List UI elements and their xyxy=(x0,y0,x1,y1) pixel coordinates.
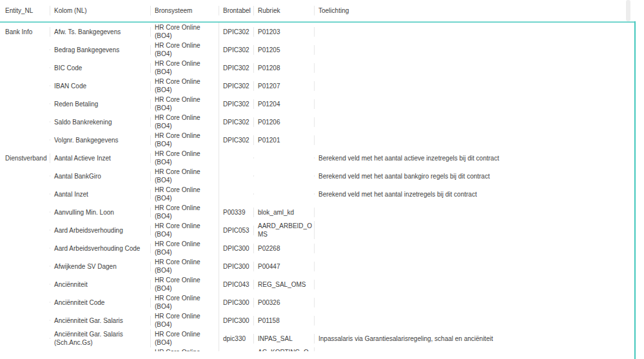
cell-rubriek[interactable]: P01205 xyxy=(254,45,315,55)
cell-brontabel[interactable]: DPIC302 xyxy=(219,27,254,37)
cell-kolom[interactable]: Anciënniteit xyxy=(50,280,151,289)
column-header-rubriek[interactable]: Rubriek xyxy=(254,6,315,15)
cell-bronsysteem[interactable]: HR Core Online (BO4) xyxy=(151,41,219,59)
cell-toelichting[interactable] xyxy=(315,266,635,267)
cell-brontabel[interactable]: DPIC053 xyxy=(219,226,254,235)
cell-rubriek[interactable]: P01204 xyxy=(254,99,315,109)
cell-brontabel[interactable]: DPIC302 xyxy=(219,45,254,55)
cell-brontabel[interactable]: DPIC300 xyxy=(219,316,254,325)
cell-bronsysteem[interactable]: HR Core Online (BO4) xyxy=(151,95,219,113)
column-header-toelichting[interactable]: Toelichting xyxy=(315,6,635,15)
cell-rubriek[interactable]: P01203 xyxy=(254,27,315,37)
cell-toelichting[interactable] xyxy=(315,284,635,285)
cell-bronsysteem[interactable]: HR Core Online (BO4) xyxy=(151,329,219,347)
cell-entity[interactable] xyxy=(0,211,50,213)
cell-bronsysteem[interactable]: HR Core Online (BO4) xyxy=(151,77,219,95)
cell-brontabel[interactable]: DPIC300 xyxy=(219,244,254,253)
cell-toelichting[interactable] xyxy=(315,139,635,141)
cell-entity[interactable] xyxy=(0,139,50,141)
cell-toelichting[interactable]: Inpassalaris via Garantiesalarisregeling… xyxy=(315,334,635,344)
cell-rubriek[interactable]: AG_KORTING_OMS xyxy=(254,347,315,351)
cell-rubriek[interactable]: blok_aml_kd xyxy=(254,208,315,217)
cell-rubriek[interactable] xyxy=(254,157,315,159)
cell-rubriek[interactable]: P01206 xyxy=(254,117,315,127)
cell-rubriek[interactable]: INPAS_SAL xyxy=(254,334,315,344)
cell-entity[interactable]: Dienstverband xyxy=(0,153,50,163)
cell-bronsysteem[interactable]: HR Core Online (BO4) xyxy=(151,239,219,257)
cell-bronsysteem[interactable]: HR Core Online (BO4) xyxy=(151,293,219,311)
cell-brontabel[interactable]: DPIC300 xyxy=(219,262,254,271)
cell-bronsysteem[interactable]: HR Core Online (BO4) xyxy=(151,311,219,329)
cell-kolom[interactable]: Afw. Ts. Bankgegevens xyxy=(50,27,151,37)
cell-brontabel[interactable]: DPIC302 xyxy=(219,81,254,91)
cell-kolom[interactable]: Aantal Inzet xyxy=(50,189,151,199)
cell-bronsysteem[interactable]: HR Core Online (BO4) xyxy=(151,203,219,221)
scrollbar-thumb[interactable] xyxy=(626,0,630,21)
cell-rubriek[interactable] xyxy=(254,175,315,177)
cell-entity[interactable]: Bank Info xyxy=(0,27,50,37)
cell-kolom[interactable]: Bedrag Bankgegevens xyxy=(50,45,151,55)
cell-kolom[interactable]: Aard Arbeidsverhouding xyxy=(50,226,151,235)
cell-entity[interactable] xyxy=(0,121,50,122)
cell-kolom[interactable]: IBAN Code xyxy=(50,81,151,91)
cell-brontabel[interactable]: P00339 xyxy=(219,208,254,217)
cell-kolom[interactable]: Volgnr. Bankgegevens xyxy=(50,135,151,145)
cell-brontabel[interactable]: DPIC043 xyxy=(219,280,254,289)
cell-toelichting[interactable]: Berekend veld met het aantal inzetregels… xyxy=(315,189,635,199)
cell-rubriek[interactable]: P00447 xyxy=(254,262,315,271)
cell-rubriek[interactable]: P01158 xyxy=(254,316,315,325)
cell-brontabel[interactable]: DPIC302 xyxy=(219,63,254,73)
cell-rubriek[interactable] xyxy=(254,193,315,195)
cell-bronsysteem[interactable]: HR Core Online (BO4) xyxy=(151,275,219,293)
cell-bronsysteem[interactable]: HR Core Online (BO4) xyxy=(151,167,219,185)
cell-entity[interactable] xyxy=(0,103,50,104)
cell-entity[interactable] xyxy=(0,85,50,86)
cell-toelichting[interactable] xyxy=(315,103,635,104)
cell-toelichting[interactable] xyxy=(315,211,635,213)
cell-toelichting[interactable] xyxy=(315,67,635,68)
cell-entity[interactable] xyxy=(0,284,50,285)
cell-brontabel[interactable] xyxy=(219,157,254,159)
cell-entity[interactable] xyxy=(0,193,50,195)
cell-bronsysteem[interactable]: HR Core Online (BO4) xyxy=(151,113,219,131)
cell-rubriek[interactable]: P01207 xyxy=(254,81,315,91)
cell-bronsysteem[interactable]: HR Core Online (BO4) xyxy=(151,23,219,41)
cell-entity[interactable] xyxy=(0,175,50,177)
cell-entity[interactable] xyxy=(0,320,50,321)
cell-bronsysteem[interactable]: HR Core Online (BO4) xyxy=(151,347,219,351)
cell-kolom[interactable]: Aard Arbeidsverhouding Code xyxy=(50,244,151,253)
column-header-entity[interactable]: Entity_NL xyxy=(0,6,50,15)
cell-toelichting[interactable] xyxy=(315,31,635,32)
cell-toelichting[interactable] xyxy=(315,302,635,303)
cell-toelichting[interactable]: Berekend veld met het aantal actieve inz… xyxy=(315,153,635,163)
cell-brontabel[interactable] xyxy=(219,175,254,177)
cell-rubriek[interactable]: P00326 xyxy=(254,298,315,307)
cell-rubriek[interactable]: P02268 xyxy=(254,244,315,253)
cell-entity[interactable] xyxy=(0,338,50,339)
cell-entity[interactable] xyxy=(0,266,50,267)
cell-entity[interactable] xyxy=(0,49,50,50)
cell-entity[interactable] xyxy=(0,302,50,303)
cell-rubriek[interactable]: AARD_ARBEID_OMS xyxy=(254,221,315,239)
cell-entity[interactable] xyxy=(0,229,50,231)
cell-brontabel[interactable]: DPIC300 xyxy=(219,298,254,307)
column-header-brontabel[interactable]: Brontabel xyxy=(219,6,254,15)
cell-brontabel[interactable] xyxy=(219,193,254,195)
cell-kolom[interactable]: Anciënniteit Gar. Salaris xyxy=(50,316,151,325)
cell-entity[interactable] xyxy=(0,67,50,68)
cell-kolom[interactable]: Anciënniteit Gar. Salaris (Sch.Anc.Gs) xyxy=(50,329,151,347)
cell-toelichting[interactable] xyxy=(315,247,635,249)
cell-bronsysteem[interactable]: HR Core Online (BO4) xyxy=(151,221,219,239)
cell-bronsysteem[interactable]: HR Core Online (BO4) xyxy=(151,59,219,77)
cell-rubriek[interactable]: P01208 xyxy=(254,63,315,73)
cell-toelichting[interactable] xyxy=(315,320,635,321)
cell-brontabel[interactable]: DPIC302 xyxy=(219,117,254,127)
cell-kolom[interactable]: BIC Code xyxy=(50,63,151,73)
cell-kolom[interactable]: Aanvulling Min. Loon xyxy=(50,208,151,217)
cell-bronsysteem[interactable]: HR Core Online (BO4) xyxy=(151,257,219,275)
cell-kolom[interactable]: Reden Betaling xyxy=(50,99,151,109)
cell-toelichting[interactable] xyxy=(315,49,635,50)
cell-kolom[interactable]: Saldo Bankrekening xyxy=(50,117,151,127)
cell-toelichting[interactable] xyxy=(315,121,635,122)
cell-toelichting[interactable] xyxy=(315,85,635,86)
